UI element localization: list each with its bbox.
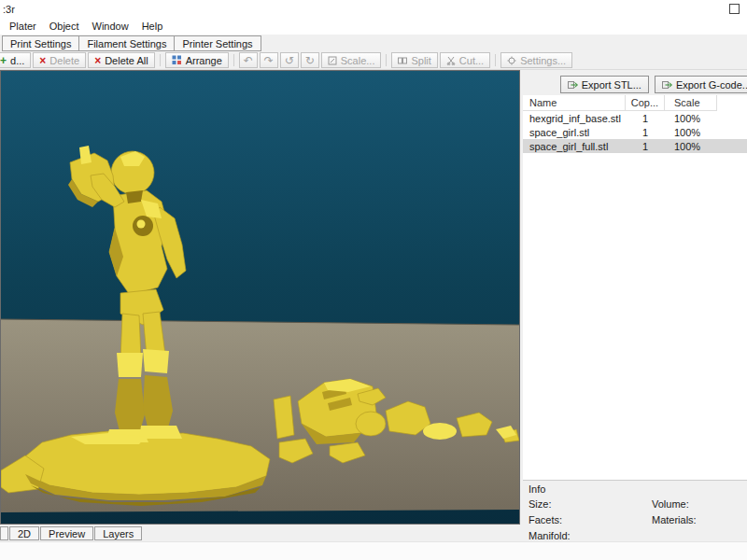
menu-bar: Plater Object Window Help: [0, 19, 747, 35]
info-title: Info: [529, 483, 741, 495]
object-name: space_girl.stl: [523, 127, 626, 138]
column-header-copies: Cop...: [626, 95, 665, 111]
rotate-ccw-45-button[interactable]: ↶: [239, 52, 258, 68]
add-icon: +: [0, 56, 7, 65]
left-column: 2D Preview Layers: [0, 70, 520, 541]
settings-tab-bar: Print Settings Filament Settings Printer…: [0, 35, 747, 52]
tab-2d[interactable]: 2D: [9, 526, 39, 540]
menu-help[interactable]: Help: [135, 21, 170, 32]
info-manifold-label: Manifold:: [529, 530, 652, 541]
object-copies: 1: [626, 113, 665, 124]
table-row[interactable]: hexgrid_inf_base.stl 1 100%: [523, 111, 747, 125]
rotate-cw2-icon: ↻: [305, 54, 315, 67]
delete-icon: ×: [39, 56, 46, 65]
settings-icon: [507, 56, 516, 65]
toolbar-separator: [160, 54, 161, 66]
export-stl-button[interactable]: Export STL...: [560, 76, 649, 93]
tab-stub[interactable]: [0, 526, 8, 540]
main-area: 2D Preview Layers Export STL...: [0, 70, 747, 541]
delete-all-icon: ×: [94, 56, 101, 65]
export-gcode-icon: [662, 79, 672, 90]
delete-button[interactable]: × Delete: [33, 52, 86, 68]
split-icon: [398, 56, 407, 65]
status-filler: [0, 541, 747, 560]
toolbar-separator: [233, 54, 234, 66]
table-row[interactable]: space_girl.stl 1 100%: [523, 125, 747, 139]
slic3r-window: :3r Plater Object Window Help Print Sett…: [0, 0, 747, 560]
object-list: Name Cop... Scale hexgrid_inf_base.stl 1…: [523, 95, 747, 480]
tab-layers[interactable]: Layers: [94, 526, 142, 540]
export-row: Export STL... Export G-code...: [523, 70, 747, 95]
toolbar-separator: [495, 54, 496, 66]
tab-printer-settings[interactable]: Printer Settings: [174, 35, 261, 51]
info-materials-label: Materials:: [652, 514, 741, 525]
split-button[interactable]: Split: [391, 52, 437, 68]
info-panel: Info Size: Volume: Facets: Materials: Ma…: [523, 480, 747, 541]
object-scale: 100%: [665, 127, 717, 138]
column-header-scale: Scale: [665, 95, 717, 111]
object-scale: 100%: [665, 113, 717, 124]
scale-icon: [328, 56, 337, 65]
export-stl-icon: [568, 79, 578, 90]
info-size-label: Size:: [529, 498, 652, 510]
object-name: space_girl_full.stl: [523, 141, 626, 152]
rotate-cw-icon: ↷: [264, 54, 274, 67]
settings-button[interactable]: Settings...: [500, 52, 572, 68]
toolbar-separator: [386, 54, 387, 66]
tab-print-settings[interactable]: Print Settings: [2, 35, 79, 51]
info-facets-label: Facets:: [529, 514, 652, 525]
object-scale: 100%: [665, 141, 717, 152]
tab-filament-settings[interactable]: Filament Settings: [78, 35, 175, 51]
menu-object[interactable]: Object: [43, 21, 86, 32]
rotate-cw-45-button[interactable]: ↷: [260, 52, 278, 68]
cut-button[interactable]: Cut...: [440, 52, 490, 68]
3d-viewport[interactable]: [0, 70, 520, 525]
object-copies: 1: [626, 127, 665, 138]
menu-window[interactable]: Window: [86, 21, 135, 32]
rotate-ccw2-icon: ↺: [285, 54, 294, 67]
cut-icon: [446, 56, 456, 65]
rotate-cw-button[interactable]: ↻: [301, 52, 319, 68]
object-name: hexgrid_inf_base.stl: [523, 113, 626, 124]
add-button[interactable]: + d...: [0, 52, 31, 68]
window-title: :3r: [3, 4, 729, 15]
delete-all-button[interactable]: × Delete All: [88, 52, 155, 68]
menu-plater[interactable]: Plater: [3, 21, 43, 32]
export-gcode-button[interactable]: Export G-code...: [655, 76, 747, 93]
title-bar: :3r: [0, 0, 747, 19]
scene-canvas: [1, 71, 519, 524]
arrange-button[interactable]: Arrange: [165, 52, 229, 68]
info-empty-cell: [652, 530, 741, 541]
rotate-ccw-icon: ↶: [244, 54, 253, 67]
scale-button[interactable]: Scale...: [321, 52, 382, 68]
table-row-selected[interactable]: space_girl_full.stl 1 100%: [523, 139, 747, 153]
plater-toolbar: + d... × Delete × Delete All Arrange ↶ ↷…: [0, 51, 747, 70]
info-grid: Size: Volume: Facets: Materials: Manifol…: [529, 498, 741, 541]
view-tab-bar: 2D Preview Layers: [0, 525, 520, 541]
maximize-button[interactable]: [729, 4, 740, 14]
info-volume-label: Volume:: [652, 498, 741, 510]
tab-preview[interactable]: Preview: [40, 526, 93, 540]
arrange-icon: [172, 55, 182, 65]
object-copies: 1: [626, 141, 665, 152]
rotate-ccw-button[interactable]: ↺: [280, 52, 299, 68]
object-list-header: Name Cop... Scale: [523, 95, 747, 111]
right-panel: Export STL... Export G-code... Name Cop.…: [520, 70, 747, 541]
column-header-name: Name: [523, 95, 626, 111]
